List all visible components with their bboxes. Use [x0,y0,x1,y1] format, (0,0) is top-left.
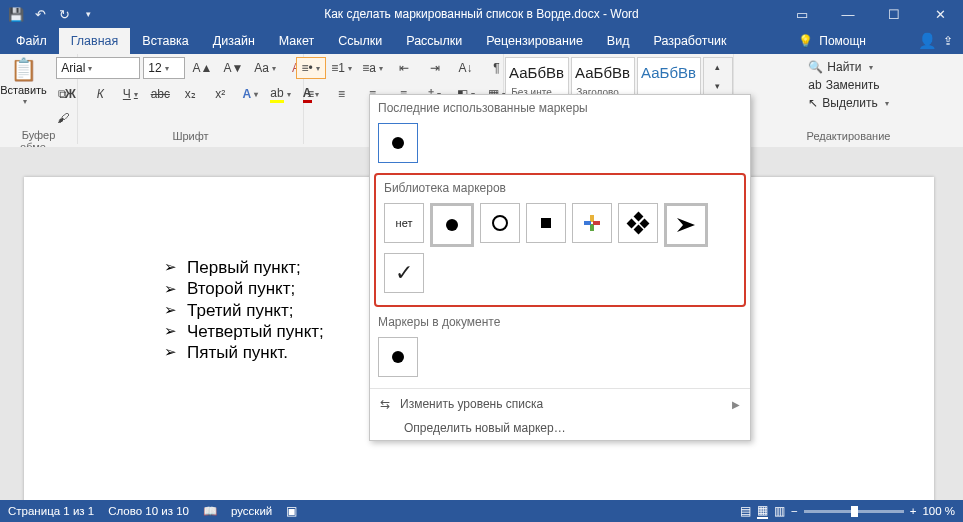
library-none[interactable]: нет [384,203,424,243]
tab-mailings[interactable]: Рассылки [394,28,474,54]
cursor-icon: ↖ [808,96,818,110]
status-bar: Страница 1 из 1 Слово 10 из 10 📖 русский… [0,500,963,522]
group-label-editing: Редактирование [740,130,957,144]
minimize-icon[interactable]: — [825,0,871,28]
find-button[interactable]: 🔍Найти▾ [806,59,874,75]
close-icon[interactable]: ✕ [917,0,963,28]
tab-review[interactable]: Рецензирование [474,28,595,54]
bullets-button[interactable]: ≡•▾ [296,57,326,79]
tab-view[interactable]: Вид [595,28,642,54]
tell-me-icon[interactable]: 💡 [798,34,813,48]
list-item[interactable]: ➢Пятый пункт. [164,342,324,363]
increase-indent-icon[interactable]: ⇥ [420,57,450,79]
superscript-button[interactable]: x² [206,83,234,105]
library-4diamond[interactable] [618,203,658,243]
italic-button[interactable]: К [86,83,114,105]
arrow-bullet-icon: ➢ [164,280,177,299]
maximize-icon[interactable]: ☐ [871,0,917,28]
zoom-out-icon[interactable]: − [791,505,798,517]
document-content[interactable]: ➢Первый пункт; ➢Второй пункт; ➢Третий пу… [164,257,324,363]
tab-references[interactable]: Ссылки [326,28,394,54]
ribbon-options-icon[interactable]: ▭ [779,0,825,28]
list-item[interactable]: ➢Третий пункт; [164,300,324,321]
qat-more-icon[interactable]: ▾ [78,4,98,24]
section-doc-label: Маркеры в документе [370,309,750,333]
tab-layout[interactable]: Макет [267,28,326,54]
paste-button[interactable]: 📋 Вставить ▾ [0,57,47,106]
text-effects-icon[interactable]: A▾ [236,83,264,105]
subscript-button[interactable]: x₂ [176,83,204,105]
zoom-value[interactable]: 100 % [922,505,955,517]
status-words[interactable]: Слово 10 из 10 [108,505,189,517]
sort-icon[interactable]: A↓ [451,57,481,79]
numbering-button[interactable]: ≡1▾ [327,57,357,79]
list-item[interactable]: ➢Второй пункт; [164,278,324,299]
styles-scroll-up-icon[interactable]: ▴ [704,58,732,77]
underline-button[interactable]: Ч▾ [116,83,144,105]
svg-rect-1 [590,224,594,231]
change-case-icon[interactable]: Aa▾ [250,57,280,79]
multilevel-button[interactable]: ≡a▾ [358,57,388,79]
align-left-icon[interactable]: ≡ [296,83,326,105]
replace-button[interactable]: abЗаменить [806,77,881,93]
tell-me-label[interactable]: Помощн [819,34,866,48]
replace-icon: ab [808,78,821,92]
library-arrowhead[interactable] [664,203,708,247]
macro-record-icon[interactable]: ▣ [286,504,297,518]
tab-design[interactable]: Дизайн [201,28,267,54]
highlight-icon[interactable]: ab▾ [266,83,294,105]
align-center-icon[interactable]: ≡ [327,83,357,105]
bullets-dropdown: Последние использованные маркеры Библиот… [369,94,751,441]
arrow-bullet-icon: ➢ [164,322,177,341]
tab-insert[interactable]: Вставка [130,28,200,54]
view-read-icon[interactable]: ▤ [740,504,751,518]
change-list-level[interactable]: ⇆ Изменить уровень списка ▶ [370,392,750,416]
arrow-bullet-icon: ➢ [164,301,177,320]
decrease-indent-icon[interactable]: ⇤ [389,57,419,79]
styles-scroll-down-icon[interactable]: ▾ [704,77,732,96]
grow-font-icon[interactable]: A▲ [188,57,216,79]
account-icon[interactable]: 👤 [918,32,937,50]
undo-icon[interactable]: ↶ [30,4,50,24]
redo-icon[interactable]: ↻ [54,4,74,24]
library-check[interactable]: ✓ [384,253,424,293]
group-editing: 🔍Найти▾ abЗаменить ↖Выделить▾ Редактиров… [734,54,963,144]
font-family-combo[interactable]: Arial▾ [56,57,140,79]
recent-bullet-disc[interactable] [378,123,418,163]
list-item[interactable]: ➢Четвертый пункт; [164,321,324,342]
view-web-icon[interactable]: ▥ [774,504,785,518]
library-4color[interactable] [572,203,612,243]
library-square[interactable] [526,203,566,243]
section-recent-label: Последние использованные маркеры [370,95,750,119]
define-new-bullet[interactable]: Определить новый маркер… [370,416,750,440]
save-icon[interactable]: 💾 [6,4,26,24]
share-icon[interactable]: ⇪ [943,34,953,48]
bullet-library-box: Библиотека маркеров нет ✓ [374,173,746,307]
tab-home[interactable]: Главная [59,28,131,54]
spellcheck-icon[interactable]: 📖 [203,504,217,518]
status-page[interactable]: Страница 1 из 1 [8,505,94,517]
tab-developer[interactable]: Разработчик [641,28,738,54]
svg-rect-2 [584,221,591,225]
tab-file[interactable]: Файл [4,28,59,54]
chevron-right-icon: ▶ [732,399,740,410]
svg-rect-3 [593,221,600,225]
section-library-label: Библиотека маркеров [376,175,744,199]
strike-button[interactable]: abc [146,83,174,105]
paste-label: Вставить [0,84,47,96]
bold-button[interactable]: Ж [56,83,84,105]
doc-bullet-disc[interactable] [378,337,418,377]
status-language[interactable]: русский [231,505,272,517]
ribbon-tabs: Файл Главная Вставка Дизайн Макет Ссылки… [0,28,963,54]
view-print-icon[interactable]: ▦ [757,503,768,519]
select-button[interactable]: ↖Выделить▾ [806,95,890,111]
zoom-in-icon[interactable]: + [910,505,917,517]
shrink-font-icon[interactable]: A▼ [219,57,247,79]
library-disc[interactable] [430,203,474,247]
svg-marker-4 [677,218,695,232]
zoom-slider[interactable] [804,510,904,513]
font-size-combo[interactable]: 12▾ [143,57,185,79]
library-circle[interactable] [480,203,520,243]
list-item[interactable]: ➢Первый пункт; [164,257,324,278]
chevron-down-icon: ▾ [23,97,27,106]
